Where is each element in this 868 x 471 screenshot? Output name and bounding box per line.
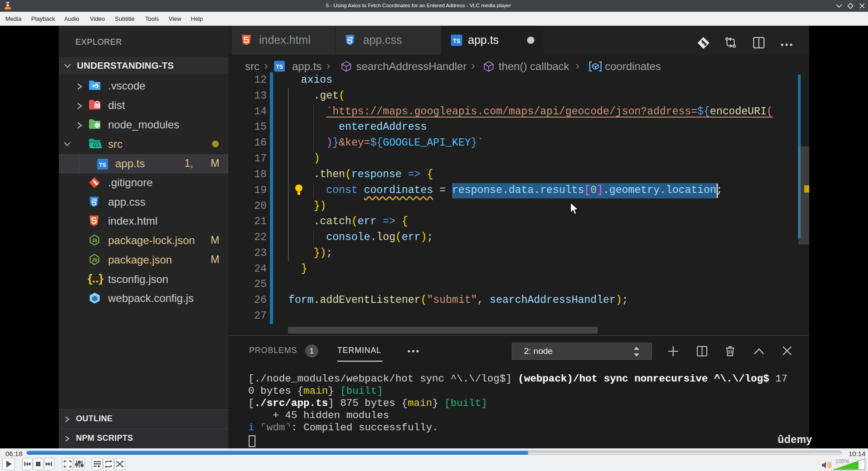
svg-text:TS: TS [453, 38, 460, 44]
svg-text:JS: JS [92, 258, 98, 263]
svg-text:TS: TS [276, 64, 283, 70]
svg-text:JS: JS [92, 238, 98, 243]
svg-text:TS: TS [99, 162, 106, 168]
